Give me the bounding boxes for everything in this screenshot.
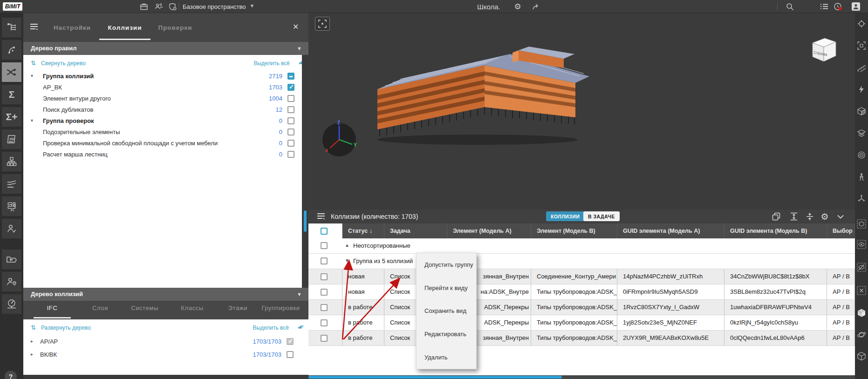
table-settings-gear-icon[interactable]: ⚙	[819, 212, 830, 221]
table-horizontal-scrollbar[interactable]	[308, 375, 855, 379]
target-icon[interactable]	[856, 150, 867, 160]
row-checkbox[interactable]	[287, 117, 294, 124]
row-checkbox[interactable]	[287, 151, 294, 158]
axis-gizmo[interactable]: Z Y X	[321, 120, 358, 159]
share-icon[interactable]	[531, 2, 541, 11]
tree-row-vk-vk[interactable]: ▸ ВК/ВК 1703/1703	[23, 349, 301, 360]
row-checkbox[interactable]	[321, 273, 328, 280]
show-selected-icon[interactable]	[856, 239, 867, 250]
model-tree-icon[interactable]	[2, 18, 21, 37]
table-hscroll-thumb[interactable]	[308, 376, 562, 379]
tree-row-group-checks[interactable]: ▾ Группа проверок 0	[23, 115, 301, 127]
menu-item-delete[interactable]: Удалить	[417, 345, 476, 369]
ghost-cube-icon[interactable]	[856, 219, 867, 229]
help-button[interactable]: ?	[5, 371, 17, 379]
col-element-a[interactable]: Элемент (Модель A)	[447, 223, 531, 238]
sort-desc-icon[interactable]: ↓	[369, 228, 372, 234]
navigation-cube[interactable]: Справа	[807, 34, 840, 65]
row-checkbox-cell[interactable]	[308, 284, 342, 299]
row-checkbox[interactable]	[287, 129, 294, 135]
menu-item-approve-group[interactable]: Допустить группу	[417, 253, 476, 277]
hide-selected-icon[interactable]	[856, 262, 867, 272]
col-element-b[interactable]: Элемент (Модель B)	[531, 223, 617, 238]
row-checkbox[interactable]	[287, 106, 294, 113]
tree-row-stairs[interactable]: Расчет марша лестниц 0	[23, 149, 301, 160]
row-checkbox[interactable]	[287, 84, 294, 91]
user-location-icon[interactable]	[2, 272, 21, 291]
fit-box-icon[interactable]	[856, 41, 867, 51]
table-row[interactable]: новая Список на:ADSK_Внутре Типы трубопр…	[308, 284, 855, 300]
col-guid-b[interactable]: GUID элемента (Модель B)	[724, 223, 827, 238]
menu-item-save-view[interactable]: Сохранить вид	[417, 299, 476, 323]
tab-checks[interactable]: Проверки	[154, 24, 196, 40]
row-checkbox[interactable]	[287, 140, 294, 147]
collisions-tree-collapse-caret-icon[interactable]: ▼	[297, 288, 302, 301]
row-checkbox-cell[interactable]	[308, 331, 342, 345]
tree-row-ar-vk[interactable]: АР_ВК 1703	[23, 82, 301, 93]
notifications-icon[interactable]	[833, 2, 843, 11]
list-icon[interactable]	[819, 2, 829, 11]
caret-right-icon[interactable]: ▸	[31, 338, 33, 344]
select-all-icon[interactable]: ✔✔	[297, 324, 301, 331]
select-all-icon[interactable]: ✔✔	[298, 59, 302, 66]
walk-icon[interactable]	[856, 172, 867, 182]
group-caret-icon[interactable]: ▲	[345, 243, 349, 248]
select-all-rows-checkbox-cell[interactable]	[308, 223, 342, 238]
path-nodes-icon[interactable]	[2, 40, 21, 60]
rules-tree-scrollbar[interactable]	[302, 55, 308, 288]
tab-classes[interactable]: Классы	[175, 305, 210, 318]
row-checkbox[interactable]	[287, 351, 294, 358]
collapse-panel-chevron-icon[interactable]	[835, 212, 846, 221]
panel-menu-icon[interactable]	[30, 23, 40, 32]
viewport-frame-icon[interactable]	[315, 17, 330, 31]
group-checkbox[interactable]	[321, 257, 328, 264]
gauge-icon[interactable]	[2, 294, 21, 314]
shield-icon[interactable]	[168, 2, 178, 11]
section-cube-icon[interactable]	[856, 106, 867, 116]
tree-row-group-collisions[interactable]: ▾ Группа коллизий 2719	[23, 71, 301, 82]
expand-tree-icon[interactable]: ⇅	[31, 324, 36, 331]
collapse-tree-icon[interactable]: ⇅	[31, 60, 36, 67]
caret-down-icon[interactable]: ▾	[31, 118, 33, 123]
measure-icon[interactable]	[856, 62, 867, 73]
row-checkbox-cell[interactable]	[308, 269, 342, 284]
tree-row-ar-ar[interactable]: ▸ АР/АР 1703/1703	[23, 336, 301, 347]
menu-item-go-to-view[interactable]: Перейти к виду	[417, 277, 476, 300]
col-select[interactable]: Выбор	[827, 223, 855, 238]
col-guid-a[interactable]: GUID элемента (Модель A)	[617, 223, 724, 238]
caret-down-icon[interactable]: ▾	[31, 73, 33, 78]
tree-row-element-inside[interactable]: Элемент внтури другого 1004	[23, 93, 301, 104]
trends-icon[interactable]	[2, 174, 21, 194]
menu-item-edit[interactable]: Редактировать	[417, 323, 476, 346]
wire-cube-icon[interactable]	[856, 351, 867, 361]
table-menu-icon[interactable]	[317, 213, 327, 221]
group-caret-icon[interactable]: ▼	[345, 258, 349, 263]
search-icon[interactable]	[785, 2, 795, 11]
rules-tree-header[interactable]: Дерево правил ▼	[23, 42, 308, 55]
workspace-caret-icon[interactable]: ▼	[250, 3, 254, 8]
sum-icon[interactable]: Σ	[2, 85, 21, 104]
collisions-tree-header[interactable]: Дерево коллизий ▼	[23, 288, 308, 301]
app-logo[interactable]: BiMiT	[3, 2, 22, 11]
tab-systems[interactable]: Системы	[125, 305, 164, 318]
clear-selection-icon[interactable]	[856, 285, 867, 296]
table-row[interactable]: в работе Список ADSK_Перекры Типы трубоп…	[308, 300, 855, 315]
plugin-icon[interactable]	[2, 196, 21, 216]
row-checkbox-cell[interactable]	[308, 315, 342, 330]
tab-ifc[interactable]: IFC	[34, 305, 71, 318]
row-checkbox[interactable]	[321, 319, 328, 326]
tree-row-duplicates[interactable]: Поиск дубликатов 12	[23, 104, 301, 115]
layers-icon[interactable]	[856, 128, 867, 138]
caret-right-icon[interactable]: ▸	[31, 352, 33, 357]
rules-tree-collapse-caret-icon[interactable]: ▼	[297, 42, 302, 55]
row-checkbox[interactable]	[321, 289, 328, 296]
org-chart-icon[interactable]	[2, 152, 21, 171]
tab-collisions[interactable]: Коллизии	[99, 24, 150, 40]
select-all-link[interactable]: Выделить всё	[253, 325, 289, 331]
row-height-icon[interactable]	[788, 212, 800, 221]
locate-icon[interactable]	[856, 19, 867, 29]
gear-icon[interactable]: ⚙	[513, 2, 523, 11]
briefcase-icon[interactable]	[139, 2, 149, 11]
row-checkbox[interactable]	[287, 73, 294, 80]
expand-tree-link[interactable]: Развернуть дерево	[41, 325, 91, 331]
